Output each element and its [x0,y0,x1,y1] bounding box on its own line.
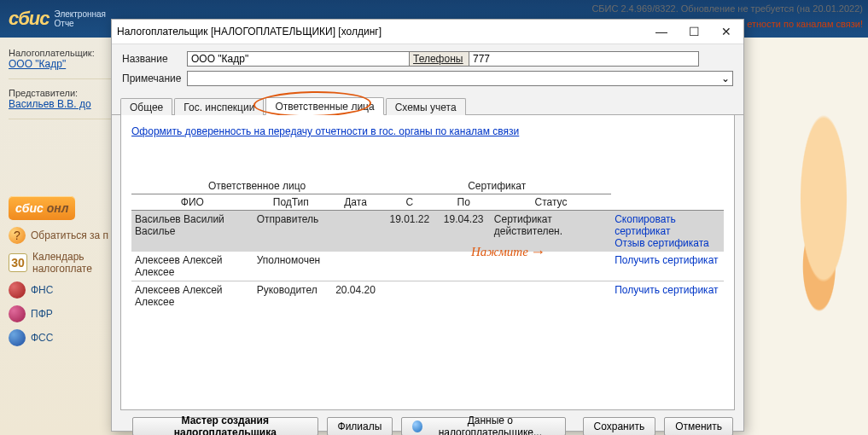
tab-bar: Общее Гос. инспекции Ответственные лица … [112,96,743,115]
col-status[interactable]: Статус [491,194,611,211]
cell-to [437,281,491,310]
cell-date [329,252,382,281]
master-button[interactable]: Мастер создания налогоплательщика [132,417,318,435]
fns-label: ФНС [31,284,53,296]
phones-input[interactable] [469,51,699,67]
cell-links: Получить сертификат [611,281,724,310]
tab-accounting-schemes[interactable]: Схемы учета [386,98,466,115]
col-group-cert: Сертификат [382,178,611,194]
tab-content: Оформить доверенность на передачу отчетн… [120,115,735,410]
cert-action-link[interactable]: Отзыв сертификата [615,237,720,249]
cell-status: Сертификат действителен. [491,211,611,252]
calendar-label: Календарьналогоплате [32,251,92,275]
table-row[interactable]: Алексеев Алексей АлексееРуководител20.04… [131,281,724,310]
cell-subtype: Руководител [253,281,329,310]
taxpayer-dialog: Налогоплательщик [НАЛОГОПЛАТЕЛЬЩИКИ] [хо… [111,19,744,432]
maximize-button[interactable]: ☐ [684,24,704,39]
sbis-online-button[interactable]: сбис онл [9,196,75,220]
cell-from: 19.01.22 [382,211,436,252]
support-label: Обратиться за п [31,229,108,241]
close-button[interactable]: ✕ [716,24,737,39]
taxpayer-info-button[interactable]: Данные о налогоплательщике... [401,417,565,435]
phones-label[interactable]: Телефоны [409,51,469,67]
cell-to: 19.04.23 [437,211,491,252]
app-logo-subtitle: ЭлектроннаяОтче [55,9,106,28]
cell-links: Скопировать сертификатОтзыв сертификата [611,211,724,252]
cell-fio: Васильев Василий Василье [131,211,253,252]
cell-subtype: Уполномочен [253,252,329,281]
name-label: Название [122,53,187,65]
cert-action-link[interactable]: Получить сертификат [615,254,720,266]
col-date[interactable]: Дата [329,194,382,211]
cell-fio: Алексеев Алексей Алексее [131,281,253,310]
table-row[interactable]: Алексеев Алексей АлексееУполномоченПолуч… [131,252,724,281]
cell-from [382,252,436,281]
shield-icon [9,305,26,322]
dialog-titlebar[interactable]: Налогоплательщик [НАЛОГОПЛАТЕЛЬЩИКИ] [хо… [112,20,743,44]
shield-icon [9,281,26,299]
cell-from [382,281,436,310]
cell-date [329,211,382,252]
cert-action-link[interactable]: Получить сертификат [615,284,720,296]
note-input[interactable] [187,71,718,86]
cell-fio: Алексеев Алексей Алексее [131,252,253,281]
branches-button[interactable]: Филиалы [327,417,393,435]
minimize-button[interactable]: — [651,24,672,39]
help-icon: ? [9,227,26,244]
note-label: Примечание [122,72,187,84]
power-of-attorney-link[interactable]: Оформить доверенность на передачу отчетн… [131,125,519,137]
col-group-person: Ответственное лицо [131,178,382,194]
tab-gos-inspections[interactable]: Гос. инспекции [174,98,264,115]
app-logo: сбис [9,8,50,30]
dialog-title: Налогоплательщик [НАЛОГОПЛАТЕЛЬЩИКИ] [хо… [117,20,651,44]
cell-links: Получить сертификат [611,252,724,281]
tab-general[interactable]: Общее [120,98,172,115]
cert-action-link[interactable]: Скопировать сертификат [615,213,720,237]
version-line: СБИС 2.4.969/8322. Обновление не требует… [591,3,863,14]
cell-status [491,281,611,310]
pfr-label: ПФР [31,308,53,320]
attention-tail: етности по каналам связи! [747,19,863,29]
col-from[interactable]: С [382,194,436,211]
responsible-persons-table: Ответственное лицо Сертификат ФИО ПодТип… [131,178,724,310]
name-input[interactable] [187,51,409,67]
dialog-button-bar: Мастер создания налогоплательщика Филиал… [112,415,743,435]
col-fio[interactable]: ФИО [131,194,253,211]
shield-icon [9,329,26,346]
info-icon [412,420,422,432]
fss-label: ФСС [31,332,53,344]
cell-to [437,252,491,281]
cell-status [491,252,611,281]
save-button[interactable]: Сохранить [583,417,656,435]
col-subtype[interactable]: ПодТип [253,194,329,211]
col-to[interactable]: По [437,194,491,211]
calendar-icon: 30 [9,253,27,272]
cell-date: 20.04.20 [329,281,382,310]
cell-subtype: Отправитель [253,211,329,252]
note-dropdown-button[interactable]: ⌄ [718,71,733,86]
cancel-button[interactable]: Отменить [664,417,733,435]
tab-responsible-persons[interactable]: Ответственные лица [265,97,383,115]
decorative-illustration [757,97,868,435]
table-row[interactable]: Васильев Василий ВасильеОтправитель19.01… [131,211,724,252]
